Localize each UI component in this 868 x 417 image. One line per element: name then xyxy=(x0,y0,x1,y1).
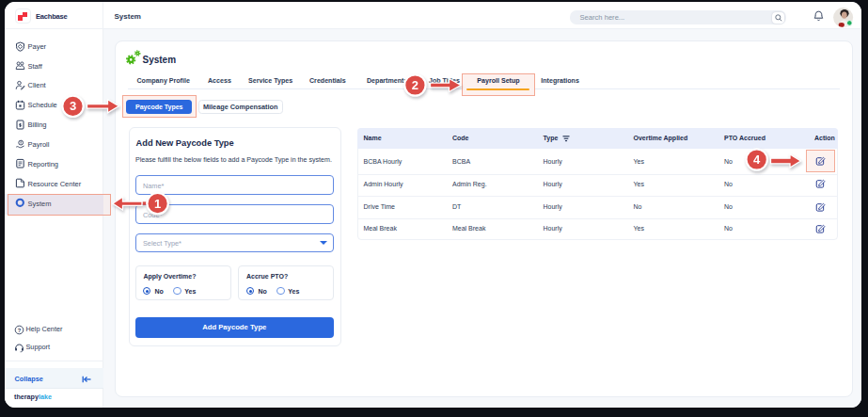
svg-text:4: 4 xyxy=(753,152,761,167)
svg-text:3: 3 xyxy=(70,99,76,113)
svg-text:2: 2 xyxy=(412,78,418,92)
svg-text:1: 1 xyxy=(154,197,161,211)
